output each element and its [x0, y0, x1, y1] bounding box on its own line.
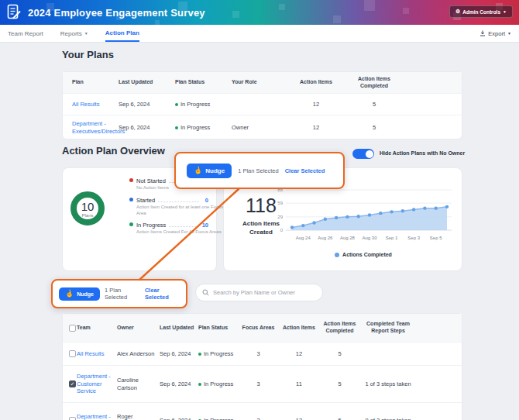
nudge-callout: ☝ Nudge 1 Plan Selected Clear Selected — [174, 152, 345, 189]
table-header-row: Plan Last Updated Plan Status Your Role … — [63, 72, 462, 93]
svg-text:Aug 26: Aug 26 — [318, 236, 333, 240]
tab-reports[interactable]: Reports▼ — [60, 25, 88, 42]
search-icon — [202, 289, 209, 296]
your-plans-table: Plan Last Updated Plan Status Your Role … — [62, 71, 462, 139]
app-window: 2024 Employee Engagement Survey ⚙ Admin … — [0, 0, 519, 420]
status-badge: In Progress — [204, 350, 233, 358]
team-link[interactable]: All Results — [77, 350, 104, 357]
svg-text:Aug 24: Aug 24 — [296, 236, 311, 240]
status-badge: In Progress — [180, 101, 210, 108]
table-row: Department - Executives/Directors Sep 6,… — [63, 115, 462, 139]
caret-down-icon: ▼ — [503, 10, 507, 14]
table-header-row: Team Owner Last Updated Plan Status Focu… — [63, 314, 462, 342]
team-link[interactable]: Department - Customer Service — [77, 373, 111, 395]
legend-dot-started — [129, 198, 133, 201]
nudge-hand-icon: ☝ — [193, 166, 203, 174]
survey-document-icon — [6, 4, 22, 21]
svg-text:Aug 28: Aug 28 — [340, 236, 356, 240]
row-checkbox[interactable] — [69, 380, 76, 387]
hide-no-owner-toggle[interactable] — [352, 149, 374, 159]
table-row: Department - Customer Service Caroline C… — [63, 365, 462, 402]
page-title: 2024 Employee Engagement Survey — [28, 7, 205, 19]
row-checkbox[interactable] — [69, 417, 76, 420]
legend-dot-not-started — [129, 178, 133, 182]
status-dot — [198, 353, 201, 356]
plans-table: Team Owner Last Updated Plan Status Focu… — [62, 313, 462, 420]
clear-selected-link[interactable]: Clear Selected — [145, 287, 180, 301]
svg-text:29: 29 — [277, 215, 283, 219]
status-badge: In Progress — [204, 417, 233, 420]
status-dot — [175, 103, 178, 106]
admin-controls-button[interactable]: ⚙ Admin Controls ▼ — [449, 5, 513, 18]
table-row: Department - Executives/Directors Roger … — [63, 402, 462, 420]
nudge-button[interactable]: ☝ Nudge — [59, 287, 100, 301]
app-header: 2024 Employee Engagement Survey ⚙ Admin … — [0, 0, 519, 25]
download-icon — [479, 30, 486, 36]
export-button[interactable]: Export ▼ — [479, 25, 511, 42]
toggle-label: Hide Action Plans with No Owner — [380, 150, 465, 156]
svg-text:Sep 1: Sep 1 — [386, 236, 398, 240]
row-checkbox[interactable] — [69, 350, 76, 357]
search-input[interactable] — [213, 289, 316, 296]
your-plans-title: Your Plans — [62, 49, 114, 60]
actions-completed-area-chart: 0295988Aug 24Aug 26Aug 28Aug 30Sep 1Sep … — [264, 185, 456, 250]
select-all-checkbox[interactable] — [69, 325, 76, 332]
nudge-hand-icon: ☝ — [64, 289, 74, 298]
donut-label: Plans — [81, 213, 93, 218]
status-dot — [198, 383, 201, 386]
caret-down-icon: ▼ — [507, 32, 511, 36]
plans-donut-chart: 10 Plans — [70, 191, 105, 225]
svg-text:0: 0 — [280, 228, 284, 232]
search-field — [195, 284, 323, 301]
table-row: All Results Alex Anderson Sep 6, 2024 In… — [63, 342, 462, 365]
chart-legend: Actions Completed — [267, 252, 459, 257]
nudge-button[interactable]: ☝ Nudge — [187, 164, 232, 178]
legend-item-in-progress: In Progress 10 Action Items Created For … — [129, 222, 208, 236]
selection-count: 1 Plan Selected — [105, 287, 140, 301]
nudge-toolbar: ☝ Nudge 1 Plan Selected Clear Selected — [51, 279, 187, 308]
donut-value: 10 — [81, 200, 95, 213]
svg-text:Aug 30: Aug 30 — [362, 236, 377, 240]
clear-selected-link[interactable]: Clear Selected — [285, 167, 325, 174]
plan-link[interactable]: Department - Executives/Directors — [72, 120, 125, 135]
svg-text:Sep 3: Sep 3 — [407, 236, 420, 240]
svg-text:Sep 5: Sep 5 — [430, 236, 442, 240]
tab-team-report[interactable]: Team Report — [8, 25, 43, 42]
status-badge: In Progress — [180, 124, 210, 132]
gear-icon: ⚙ — [455, 9, 460, 15]
legend-item-started: Started 0 Action Item Created for at lea… — [129, 197, 208, 217]
selection-count: 1 Plan Selected — [238, 167, 279, 174]
toggle-knob — [366, 150, 373, 158]
legend-dot-actions-completed — [335, 253, 339, 257]
legend-dot-in-progress — [129, 222, 133, 226]
status-dot — [175, 126, 178, 129]
tab-action-plan[interactable]: Action Plan — [105, 25, 139, 42]
svg-text:59: 59 — [277, 201, 283, 205]
tab-bar: Team Report Reports▼ Action Plan Export … — [0, 25, 519, 43]
overview-title: Action Plan Overview — [62, 145, 165, 157]
caret-down-icon: ▼ — [84, 32, 88, 36]
status-badge: In Progress — [204, 380, 233, 388]
plan-link[interactable]: All Results — [72, 101, 99, 108]
table-row: All Results Sep 6, 2024 In Progress 12 5 — [63, 93, 462, 115]
